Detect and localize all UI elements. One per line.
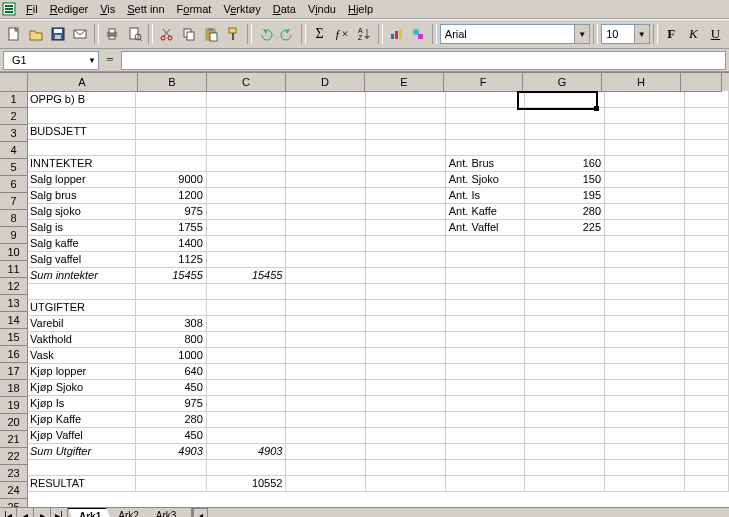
cell[interactable] bbox=[207, 203, 287, 220]
cell[interactable] bbox=[685, 427, 729, 444]
cell[interactable] bbox=[286, 251, 366, 268]
cell[interactable] bbox=[286, 395, 366, 412]
row-header[interactable]: 16 bbox=[0, 346, 28, 363]
cell[interactable] bbox=[27, 107, 136, 124]
cell[interactable] bbox=[286, 203, 366, 220]
cell[interactable] bbox=[366, 267, 446, 284]
paste-icon[interactable] bbox=[200, 23, 221, 45]
cell[interactable] bbox=[525, 395, 605, 412]
cell[interactable]: Kjøp Is bbox=[27, 395, 136, 412]
cell[interactable] bbox=[207, 219, 287, 236]
cell[interactable] bbox=[525, 443, 605, 460]
cell[interactable] bbox=[286, 299, 366, 316]
cell[interactable] bbox=[207, 347, 287, 364]
cell[interactable] bbox=[446, 475, 526, 492]
cell[interactable] bbox=[446, 107, 526, 124]
cell[interactable] bbox=[525, 315, 605, 332]
underline-button[interactable]: U bbox=[705, 23, 726, 45]
tab-nav-last-icon[interactable]: ▸| bbox=[51, 508, 68, 517]
cell[interactable] bbox=[525, 379, 605, 396]
cell[interactable] bbox=[207, 283, 287, 300]
cell[interactable] bbox=[286, 315, 366, 332]
cell[interactable]: Kjøp lopper bbox=[27, 363, 136, 380]
cell[interactable] bbox=[685, 219, 729, 236]
new-file-icon[interactable] bbox=[3, 23, 24, 45]
row-header[interactable]: 10 bbox=[0, 244, 28, 261]
cell[interactable] bbox=[286, 267, 366, 284]
spreadsheet-grid[interactable]: A B C D E F G H 123456789101112131415161… bbox=[0, 72, 729, 507]
cell[interactable]: Vask bbox=[27, 347, 136, 364]
cell[interactable] bbox=[366, 459, 446, 476]
cell[interactable]: Kjøp Kaffe bbox=[27, 411, 136, 428]
cell[interactable] bbox=[366, 123, 446, 140]
row-header[interactable]: 11 bbox=[0, 261, 28, 278]
print-icon[interactable] bbox=[102, 23, 123, 45]
menu-format[interactable]: Format bbox=[171, 2, 218, 16]
cell[interactable]: Ant. Brus bbox=[446, 155, 526, 172]
cell[interactable] bbox=[685, 331, 729, 348]
horizontal-scrollbar[interactable]: ◂ bbox=[191, 508, 729, 517]
cell[interactable] bbox=[685, 283, 729, 300]
sheet-tab[interactable]: Ark2 bbox=[108, 508, 150, 517]
col-header[interactable]: F bbox=[444, 73, 523, 92]
cell[interactable] bbox=[207, 139, 287, 156]
cell[interactable] bbox=[525, 267, 605, 284]
cell[interactable] bbox=[286, 91, 366, 108]
cell[interactable] bbox=[366, 107, 446, 124]
cell[interactable] bbox=[366, 139, 446, 156]
cell[interactable] bbox=[286, 187, 366, 204]
cell[interactable] bbox=[685, 139, 729, 156]
cell[interactable] bbox=[605, 283, 685, 300]
cell[interactable]: Salg brus bbox=[27, 187, 136, 204]
cell[interactable] bbox=[207, 187, 287, 204]
bold-button[interactable]: F bbox=[661, 23, 682, 45]
col-header[interactable]: C bbox=[207, 73, 286, 92]
cell[interactable] bbox=[525, 251, 605, 268]
cell[interactable]: Kjøp Vaffel bbox=[27, 427, 136, 444]
row-header[interactable]: 6 bbox=[0, 176, 28, 193]
row-header[interactable]: 19 bbox=[0, 397, 28, 414]
row-header[interactable]: 8 bbox=[0, 210, 28, 227]
cell[interactable] bbox=[286, 123, 366, 140]
cell[interactable] bbox=[366, 299, 446, 316]
cell[interactable] bbox=[446, 347, 526, 364]
cell[interactable] bbox=[366, 411, 446, 428]
col-header[interactable]: A bbox=[27, 73, 138, 92]
cell[interactable] bbox=[136, 107, 206, 124]
autosum-icon[interactable]: Σ bbox=[309, 23, 330, 45]
cell[interactable] bbox=[286, 347, 366, 364]
cell[interactable] bbox=[366, 331, 446, 348]
cell[interactable]: RESULTAT bbox=[27, 475, 136, 492]
cell[interactable] bbox=[446, 427, 526, 444]
cell[interactable] bbox=[366, 203, 446, 220]
cell[interactable]: 4903 bbox=[136, 443, 206, 460]
cell[interactable] bbox=[685, 315, 729, 332]
cell[interactable] bbox=[207, 123, 287, 140]
cell[interactable]: Kjøp Sjoko bbox=[27, 379, 136, 396]
select-all-corner[interactable] bbox=[0, 73, 28, 92]
cell[interactable] bbox=[605, 139, 685, 156]
cell[interactable] bbox=[207, 411, 287, 428]
cell[interactable] bbox=[446, 123, 526, 140]
cell[interactable] bbox=[286, 107, 366, 124]
cell[interactable] bbox=[685, 395, 729, 412]
cell[interactable] bbox=[207, 235, 287, 252]
cell[interactable] bbox=[286, 171, 366, 188]
cell[interactable] bbox=[366, 315, 446, 332]
cell[interactable] bbox=[366, 155, 446, 172]
cell[interactable]: 4903 bbox=[207, 443, 287, 460]
cell[interactable]: 160 bbox=[525, 155, 605, 172]
col-header[interactable]: D bbox=[286, 73, 365, 92]
copy-icon[interactable] bbox=[178, 23, 199, 45]
cell[interactable] bbox=[605, 459, 685, 476]
cell[interactable] bbox=[286, 443, 366, 460]
cell[interactable] bbox=[525, 427, 605, 444]
cell-area[interactable]: OPPG b) BBUDSJETTINNTEKTERAnt. Brus160Sa… bbox=[27, 91, 729, 507]
row-header[interactable]: 3 bbox=[0, 125, 28, 142]
cell[interactable] bbox=[446, 251, 526, 268]
cell[interactable] bbox=[525, 283, 605, 300]
chart-icon[interactable] bbox=[386, 23, 407, 45]
row-header[interactable]: 13 bbox=[0, 295, 28, 312]
row-header[interactable]: 4 bbox=[0, 142, 28, 159]
cell[interactable] bbox=[366, 251, 446, 268]
